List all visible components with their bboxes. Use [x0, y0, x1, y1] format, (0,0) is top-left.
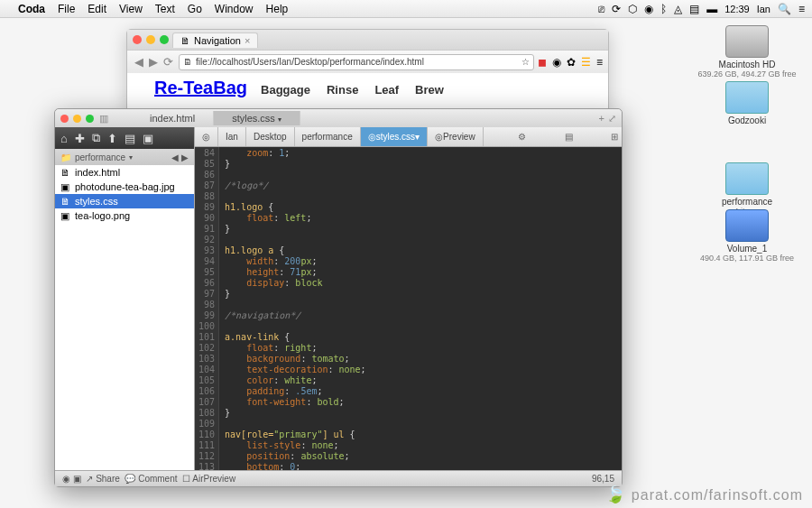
file-tabs: index.html styles.css ▾: [132, 111, 594, 125]
breadcrumb-preview[interactable]: ◎ Preview: [428, 127, 484, 146]
breadcrumb-home[interactable]: ◎: [195, 127, 218, 146]
desktop-hdd[interactable]: Macintosh HD 639.26 GB, 494.27 GB free: [693, 25, 801, 79]
screen-icon[interactable]: ⎚: [598, 3, 604, 15]
file-menu[interactable]: File: [58, 3, 75, 15]
view-menu[interactable]: View: [119, 3, 143, 15]
page-icon: 🗎: [183, 57, 192, 67]
minimize-button[interactable]: [146, 35, 155, 44]
close-button[interactable]: [133, 35, 142, 44]
forward-button[interactable]: ▶: [147, 55, 160, 69]
folder-icon: [725, 81, 769, 114]
html-icon: 🗎: [60, 167, 71, 178]
url-bar[interactable]: 🗎 file://localhost/Users/Ian/Desktop/per…: [179, 54, 534, 70]
desktop-volume[interactable]: Volume_1 490.4 GB, 117.91 GB free: [693, 209, 801, 263]
url-text: file://localhost/Users/Ian/Desktop/perfo…: [196, 57, 424, 67]
coda-statusbar: ◉ ▣ ↗ Share 💬 Comment ☐ AirPreview 96,15: [55, 470, 622, 486]
desktop-folder-godzooki[interactable]: Godzooki: [693, 81, 801, 125]
nav-arrows[interactable]: ◀ ▶: [171, 152, 189, 162]
hdd-label: Macintosh HD: [693, 60, 801, 69]
file-tab[interactable]: index.html: [132, 111, 214, 125]
close-button[interactable]: [60, 115, 69, 123]
nav-link[interactable]: Baggage: [261, 83, 310, 97]
browser-tabbar: 🗎 Navigation ×: [127, 30, 608, 50]
zoom-button[interactable]: [86, 115, 94, 123]
nav-link[interactable]: Leaf: [374, 83, 399, 97]
status-icon[interactable]: ◉: [62, 474, 70, 484]
image-icon: ▣: [60, 181, 71, 192]
bluetooth-icon[interactable]: ᛒ: [660, 3, 667, 15]
breadcrumb-item-active[interactable]: ◎ styles.css ▾: [361, 127, 428, 146]
file-item[interactable]: 🗎index.html: [55, 165, 194, 180]
menubar-right: ⎚ ⟳ ⬡ ◉ ᛒ ◬ ▤ ▬ 12:39 Ian 🔍 ≡: [598, 3, 805, 15]
toolbar-btn[interactable]: ⊞: [607, 132, 622, 142]
sync-icon[interactable]: ⟳: [612, 3, 621, 15]
upload-icon[interactable]: ⬆: [107, 132, 117, 145]
minimize-button[interactable]: [73, 115, 81, 123]
browser-tab[interactable]: 🗎 Navigation ×: [172, 32, 258, 48]
drive-icon[interactable]: ▤: [689, 3, 699, 15]
edit-menu[interactable]: Edit: [88, 3, 106, 15]
zoom-button[interactable]: [160, 35, 169, 44]
battery-icon[interactable]: ▬: [706, 3, 717, 15]
add-tab-icon[interactable]: +: [599, 113, 604, 125]
sidebar-path[interactable]: 📁 performance ▾ ◀ ▶: [55, 149, 194, 165]
reload-button[interactable]: ⟳: [161, 55, 175, 69]
file-item[interactable]: ▣photodune-tea-bag.jpg: [55, 180, 194, 194]
user-name[interactable]: Ian: [757, 4, 770, 14]
clock[interactable]: 12:39: [724, 4, 750, 14]
browser-window: 🗎 Navigation × ◀ ▶ ⟳ 🗎 file://localhost/…: [126, 29, 609, 110]
ext-icon-3[interactable]: ✿: [567, 56, 576, 69]
expand-icon[interactable]: ⤢: [608, 113, 616, 125]
breadcrumb-item[interactable]: performance: [295, 127, 361, 146]
add-icon[interactable]: ✚: [75, 132, 85, 145]
breadcrumb-item[interactable]: Desktop: [246, 127, 295, 146]
coda-main: ◎ Ian Desktop performance ◎ styles.css ▾…: [195, 127, 622, 470]
back-button[interactable]: ◀: [133, 55, 145, 69]
coda-sidebar: ⌂ ✚ ⧉ ⬆ ▤ ▣ 📁 performance ▾ ◀ ▶ 🗎index.h…: [55, 127, 195, 470]
status-airpreview[interactable]: ☐ AirPreview: [182, 474, 235, 484]
wifi-icon[interactable]: ◬: [674, 3, 682, 15]
layout-icon[interactable]: ▥: [99, 113, 108, 125]
browser-viewport: Re-TeaBag Baggage Rinse Leaf Brew: [127, 73, 608, 103]
window-menu[interactable]: Window: [215, 3, 254, 15]
nav-link[interactable]: Brew: [415, 83, 444, 97]
circle-icon[interactable]: ◉: [644, 3, 653, 15]
spotlight-icon[interactable]: 🔍: [778, 3, 791, 15]
text-menu[interactable]: Text: [155, 3, 175, 15]
browser-toolbar: ◀ ▶ ⟳ 🗎 file://localhost/Users/Ian/Deskt…: [127, 50, 608, 73]
folder-label: Godzooki: [693, 115, 801, 125]
status-icon[interactable]: ▣: [73, 474, 81, 484]
ext-icon-4[interactable]: ☰: [581, 56, 591, 69]
toolbar-btn[interactable]: ▤: [561, 132, 577, 142]
ext-icon-2[interactable]: ◉: [552, 56, 561, 69]
breadcrumb-bar: ◎ Ian Desktop performance ◎ styles.css ▾…: [195, 127, 622, 147]
file-tab-active[interactable]: styles.css ▾: [214, 111, 300, 125]
nav-link[interactable]: Rinse: [327, 83, 358, 97]
help-menu[interactable]: Help: [266, 3, 289, 15]
toolbar-btn[interactable]: ⚙: [514, 132, 530, 142]
css-icon: 🗎: [60, 196, 71, 207]
status-share[interactable]: ↗ Share: [86, 474, 119, 484]
code-editor[interactable]: 8485868788899091929394959697989910010110…: [195, 147, 622, 470]
dropbox-icon[interactable]: ⬡: [628, 3, 637, 15]
home-icon[interactable]: ⌂: [60, 132, 68, 145]
file-item[interactable]: ▣tea-logo.png: [55, 208, 194, 223]
tab-close-icon[interactable]: ×: [245, 35, 250, 46]
terminal-icon[interactable]: ▣: [143, 132, 153, 145]
copy-icon[interactable]: ⧉: [92, 131, 100, 145]
file-item-selected[interactable]: 🗎styles.css: [55, 194, 194, 208]
app-menu[interactable]: Coda: [18, 3, 45, 15]
menu-icon[interactable]: ≡: [596, 56, 603, 69]
page-logo-link[interactable]: Re-TeaBag: [154, 78, 247, 97]
bookmark-icon[interactable]: ☆: [521, 57, 530, 67]
status-comment[interactable]: 💬 Comment: [125, 474, 177, 484]
breadcrumb-item[interactable]: Ian: [218, 127, 246, 146]
window-traffic-lights: [133, 35, 169, 44]
go-menu[interactable]: Go: [188, 3, 202, 15]
notifications-icon[interactable]: ≡: [798, 3, 805, 15]
book-icon[interactable]: ▤: [125, 132, 135, 145]
watermark: 🍃 parat.com/farinsoft.com: [605, 485, 803, 504]
code-area[interactable]: zoom: 1;} /*logo*/ h1.logo { float: left…: [219, 147, 372, 470]
desktop-folder-performance[interactable]: performance 4 items: [693, 162, 801, 216]
ext-icon-1[interactable]: ◼: [538, 56, 547, 69]
